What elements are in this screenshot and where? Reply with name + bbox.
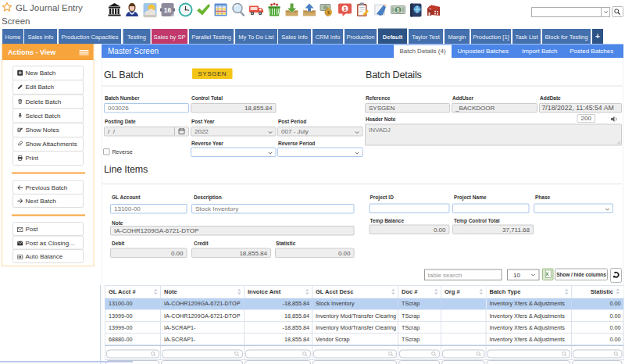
svg-text:$: $ xyxy=(344,6,347,12)
svg-text:16: 16 xyxy=(164,6,172,14)
svg-text:$: $ xyxy=(327,10,330,15)
svg-text:$: $ xyxy=(397,7,400,13)
